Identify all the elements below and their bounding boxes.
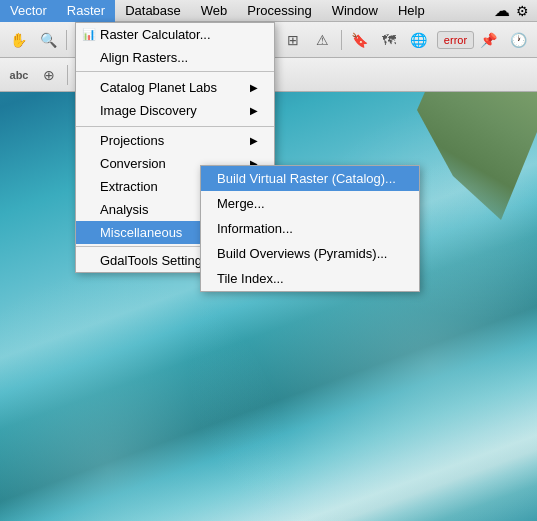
catalog-planet-arrow: ▶ [250,82,258,93]
bookmark-btn[interactable]: 🔖 [346,26,373,54]
catalog-planet-item[interactable]: Catalog Planet Labs ▶ [76,76,274,99]
menubar-item-vector[interactable]: Vector [0,0,57,22]
image-discovery-arrow: ▶ [250,105,258,116]
zoom-in-btn[interactable]: 🔍 [34,26,61,54]
layer-btn[interactable]: 🗺 [375,26,402,54]
build-overviews-item[interactable]: Build Overviews (Pyramids)... [201,241,419,266]
pan-tool-btn[interactable]: ✋ [5,26,32,54]
toolbar2-separator [67,65,68,85]
menubar-item-raster[interactable]: Raster [57,0,115,22]
cursor2-btn[interactable]: ⊕ [35,61,63,89]
menubar-item-help[interactable]: Help [388,0,435,22]
tile-index-item[interactable]: Tile Index... [201,266,419,291]
toolbar-separator-3 [341,30,342,50]
warning-icon: ⚠ [309,26,336,54]
globe-btn[interactable]: 🌐 [404,26,431,54]
clock-btn[interactable]: 🕐 [505,26,532,54]
menubar-item-database[interactable]: Database [115,0,191,22]
projections-item[interactable]: Projections ▶ [76,129,274,152]
upload-icon[interactable]: ☁ [494,1,510,20]
merge-item[interactable]: Merge... [201,191,419,216]
menubar-item-processing[interactable]: Processing [237,0,321,22]
raster-menu-sep1 [76,71,274,72]
align-rasters-item[interactable]: Align Rasters... [76,46,274,69]
menubar-item-web[interactable]: Web [191,0,238,22]
abc-label-btn[interactable]: abc [5,61,33,89]
projections-arrow: ▶ [250,135,258,146]
raster-menu-sep2 [76,126,274,127]
pin-btn[interactable]: 📌 [475,26,502,54]
extent-btn[interactable]: ⊞ [280,26,307,54]
catalog-group: Catalog Planet Labs ▶ Image Discovery ▶ [76,74,274,124]
image-discovery-item[interactable]: Image Discovery ▶ [76,99,274,122]
settings-icon[interactable]: ⚙ [516,3,529,19]
error-badge: error [437,31,474,49]
misc-submenu: Build Virtual Raster (Catalog)... Merge.… [200,165,420,292]
toolbar-separator-1 [66,30,67,50]
information-item[interactable]: Information... [201,216,419,241]
menubar: Vector Raster Database Web Processing Wi… [0,0,537,22]
raster-calculator-item[interactable]: 📊 Raster Calculator... [76,23,274,46]
build-virtual-raster-item[interactable]: Build Virtual Raster (Catalog)... [201,166,419,191]
menubar-item-window[interactable]: Window [322,0,388,22]
